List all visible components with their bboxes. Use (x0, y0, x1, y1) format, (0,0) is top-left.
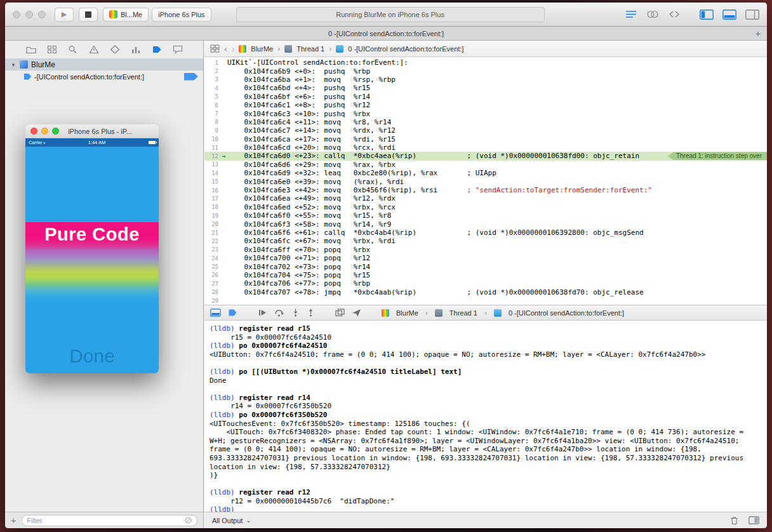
simulator-window: iPhone 6s Plus - iP... Carrier ▾ 1:44 AM… (25, 124, 159, 373)
debug-bar: BlurMe › Thread 1 › 0 -[UIControl sendAc… (204, 305, 767, 321)
debug-view-hierarchy-icon[interactable] (335, 309, 345, 317)
console-footer: All Output ⌄ (204, 512, 767, 528)
symbol-navigator-icon[interactable] (46, 44, 58, 55)
disassembly-lines[interactable]: 1UIKit`-[UIControl sendAction:to:forEven… (204, 57, 767, 305)
run-button[interactable]: ▶ (55, 8, 74, 22)
chevron-separator-icon: › (484, 309, 487, 317)
jumpbar-crumb-frame[interactable]: 0 -[UIControl sendAction:to:forEvent:] (348, 45, 463, 53)
toolbar-right (625, 10, 759, 20)
test-navigator-icon[interactable] (109, 44, 121, 55)
console-line: (lldb) po 0x00007fc6f4a24510 (210, 342, 762, 350)
clear-console-icon[interactable] (730, 516, 738, 525)
console-line: (lldb) register read r15 (210, 324, 762, 333)
search-navigator-icon[interactable] (67, 44, 79, 55)
assistant-editor-icon[interactable] (646, 10, 659, 19)
minimize-button[interactable] (25, 11, 33, 18)
breakpoint-navigator-icon[interactable] (151, 44, 163, 55)
debug-navigator-icon[interactable] (130, 44, 142, 55)
related-items-icon[interactable] (210, 44, 220, 53)
version-editor-icon[interactable] (668, 10, 681, 19)
editor-mode-buttons (625, 10, 681, 19)
navigator-item-project[interactable]: ▾ BlurMe (5, 58, 203, 70)
console-line: (lldb) po 0x00007fc6f350b520 (210, 411, 762, 420)
console-line: (lldb) register read r12 (210, 488, 762, 497)
code-line: 3 0x104fca6ba <+1>: movq %rsp, %rbp (204, 76, 767, 84)
console-line: (lldb) register read r14 (210, 394, 762, 402)
code-line: 19 0x104fca6f0 <+55>: movq %r15, %r8 (204, 211, 767, 220)
project-navigator-icon[interactable] (25, 44, 37, 55)
scheme-name: Bl...Me (121, 11, 142, 18)
debugbar-crumb-frame[interactable]: 0 -[UIControl sendAction:to:forEvent:] (509, 309, 624, 317)
utilities-toggle-icon[interactable] (745, 10, 759, 20)
add-tab-button[interactable]: + (755, 27, 761, 41)
code-line: 2 0x104fca6b9 <+0>: pushq %rbp (204, 67, 767, 75)
hide-debug-area-icon[interactable] (210, 309, 221, 317)
navigator-item-breakpoint[interactable]: -[UIControl sendAction:to:forEvent:] (5, 70, 203, 83)
add-breakpoint-button[interactable]: + (11, 516, 16, 525)
zoom-button[interactable] (38, 11, 46, 18)
code-line: 16 0x104fca6e3 <+42>: movq 0xb456f6(%rip… (204, 186, 767, 194)
code-line: 25 0x104fca702 <+73>: popq %r14 (204, 262, 767, 270)
jump-bar: ‹ › BlurMe › Thread 1 › 0 -[UIControl se… (204, 41, 767, 57)
forward-button[interactable]: › (232, 44, 235, 53)
debug-area-toggle-icon[interactable] (722, 10, 736, 20)
code-line: 9 0x104fca6c7 <+14>: movq %rdx, %r12 (204, 126, 767, 135)
back-button[interactable]: ‹ (224, 44, 227, 53)
step-out-icon[interactable] (307, 309, 315, 317)
disclosure-triangle-icon[interactable]: ▾ (10, 62, 17, 68)
chevron-down-icon: ⌄ (246, 517, 251, 524)
report-navigator-icon[interactable] (172, 44, 183, 55)
console-line: (lldb) po [[(UIButton *)0x00007fc6f4a245… (210, 368, 762, 376)
jumpbar-crumb-thread[interactable]: Thread 1 (296, 45, 324, 53)
battery-icon (149, 141, 156, 144)
tab-bar: 0 -[UIControl sendAction:to:forEvent:] + (5, 27, 767, 41)
blur-gradient (25, 244, 159, 297)
code-line: 4 0x104fca6bd <+4>: pushq %r15 (204, 84, 767, 92)
step-into-icon[interactable] (291, 309, 300, 317)
app-icon (382, 309, 389, 317)
code-line: 28 0x104fca707 <+78>: jmpq *0xbc4aab(%ri… (204, 288, 767, 296)
breakpoints-toggle-icon[interactable] (228, 309, 237, 317)
destination-selector[interactable]: iPhone 6s Plus (152, 8, 211, 22)
console-pane-toggle-icon[interactable] (749, 516, 759, 524)
stop-button[interactable] (79, 8, 98, 22)
chevron-separator-icon: › (425, 309, 428, 317)
activity-viewer: Running BlurMe on iPhone 6s Plus (236, 7, 545, 22)
console-scope-label[interactable]: All Output (212, 517, 243, 524)
thread-state-badge: Thread 1: instruction step over (668, 152, 767, 160)
code-line: 23 0x104fca6ff <+70>: popq %rbx (204, 246, 767, 254)
step-over-icon[interactable] (274, 309, 284, 317)
console-line: (lldb) (210, 505, 762, 512)
standard-editor-icon[interactable] (625, 10, 637, 19)
debugbar-crumb-app[interactable]: BlurMe (396, 309, 418, 317)
code-line: 11 0x104fca6cd <+20>: movq %rcx, %rdi (204, 143, 767, 152)
minimize-button[interactable] (41, 128, 48, 135)
tab-title[interactable]: 0 -[UIControl sendAction:to:forEvent:] (328, 30, 444, 37)
filter-input[interactable] (27, 517, 181, 524)
simulate-location-icon[interactable] (352, 309, 361, 317)
navigator-toggle-icon[interactable] (700, 10, 714, 20)
breakpoint-icon (24, 74, 31, 80)
code-line: 21 0x104fca6f6 <+61>: callq *0xbc4ab4(%r… (204, 229, 767, 237)
debugbar-crumb-thread[interactable]: Thread 1 (449, 309, 477, 317)
code-line: 29 (204, 296, 767, 305)
breakpoint-enabled-badge[interactable] (184, 73, 198, 81)
done-button[interactable]: Done (25, 345, 159, 367)
filter-scope-icon[interactable] (184, 517, 192, 524)
code-line: 18 0x104fca6ed <+52>: movq %rbx, %rcx (204, 203, 767, 211)
breakpoint-label: -[UIControl sendAction:to:forEvent:] (34, 73, 144, 81)
close-button[interactable] (13, 11, 20, 18)
continue-icon[interactable] (258, 309, 267, 317)
filter-field[interactable] (22, 515, 197, 526)
console-output[interactable]: (lldb) register read r15 r15 = 0x00007fc… (204, 321, 767, 512)
code-line: 14 0x104fca6d9 <+32>: leaq 0xbc2e80(%rip… (204, 169, 767, 177)
scheme-selector[interactable]: Bl...Me (103, 8, 149, 22)
close-button[interactable] (30, 128, 37, 135)
issue-navigator-icon[interactable] (88, 44, 100, 55)
code-line: 7 0x104fca6c3 <+10>: pushq %rbx (204, 109, 767, 117)
jumpbar-crumb-app[interactable]: BlurMe (251, 45, 273, 53)
simulator-screen[interactable]: Carrier ▾ 1:44 AM Pure Code Done (25, 138, 159, 373)
simulator-titlebar[interactable]: iPhone 6s Plus - iP... (25, 124, 159, 138)
zoom-button[interactable] (52, 128, 59, 135)
console-line: <UIButton: 0x7fc6f4a24510; frame = (0 0;… (210, 350, 762, 359)
